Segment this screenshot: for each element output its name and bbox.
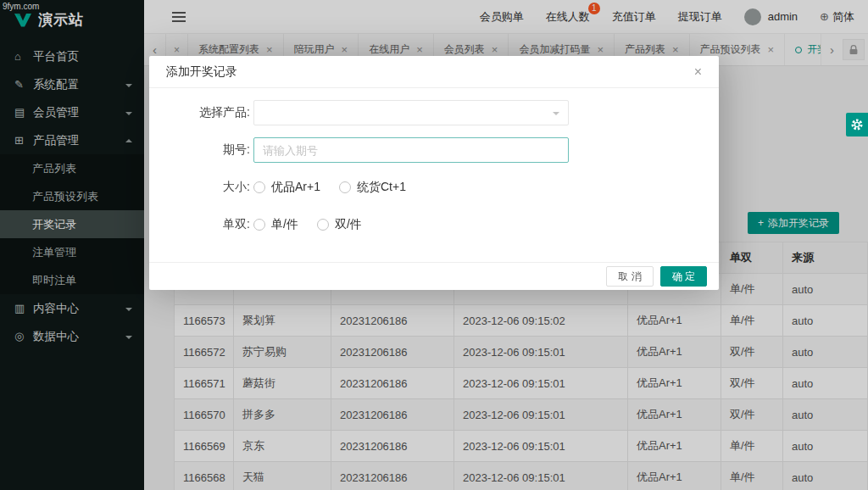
radio-icon [253,219,265,231]
parity-option-label: 双/件 [335,217,362,232]
size-label: 大小: [149,180,250,195]
add-record-modal: 添加开奖记录 × 选择产品: 期号: 大小: 优品Ar+1 [149,56,719,290]
chevron-down-icon [553,112,559,119]
radio-icon [317,219,329,231]
size-option-label: 统货Ct+1 [357,180,406,195]
product-label: 选择产品: [149,105,250,120]
size-option-label: 优品Ar+1 [271,180,320,195]
issue-input[interactable] [253,137,569,163]
radio-icon [339,181,351,193]
issue-label: 期号: [149,142,250,158]
cancel-button[interactable]: 取 消 [606,266,653,287]
size-radio-premium[interactable]: 优品Ar+1 [253,180,320,195]
parity-radio-even[interactable]: 双/件 [317,217,362,232]
modal-footer: 取 消 确 定 [149,262,719,290]
parity-option-label: 单/件 [271,217,298,232]
confirm-button[interactable]: 确 定 [660,266,707,287]
issue-row: 期号: [149,137,719,163]
modal-close-icon[interactable]: × [694,65,702,79]
product-select[interactable] [253,100,569,125]
settings-fab[interactable] [846,113,868,136]
radio-icon [253,181,265,193]
parity-label: 单双: [149,217,250,232]
modal-title: 添加开奖记录 [166,64,237,80]
modal-header: 添加开奖记录 × [149,56,719,88]
size-radio-regular[interactable]: 统货Ct+1 [339,180,406,195]
parity-radio-odd[interactable]: 单/件 [253,217,298,232]
product-row: 选择产品: [149,100,719,125]
size-row: 大小: 优品Ar+1 统货Ct+1 [149,175,719,200]
parity-row: 单双: 单/件 双/件 [149,212,719,237]
gear-icon [850,118,864,131]
modal-body: 选择产品: 期号: 大小: 优品Ar+1 统货Ct+ [149,88,719,237]
